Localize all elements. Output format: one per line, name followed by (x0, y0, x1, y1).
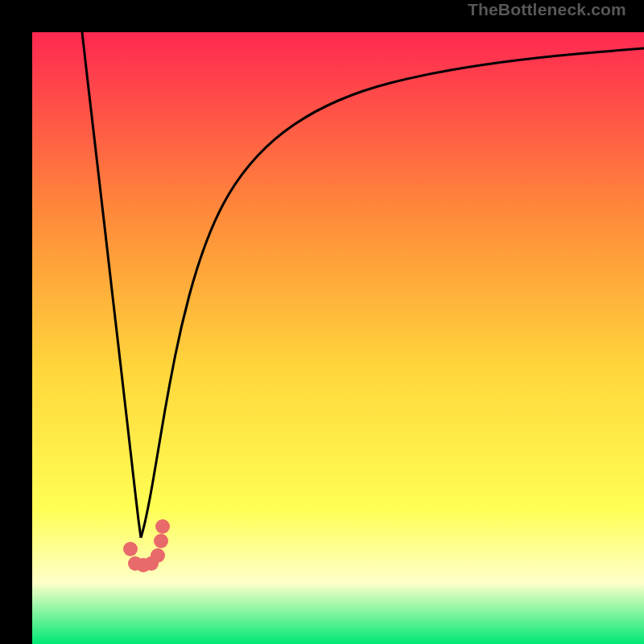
marker-point (155, 519, 170, 534)
marker-point (151, 548, 165, 563)
marker-point (154, 534, 168, 548)
marker-point (123, 542, 138, 556)
chart-frame (16, 16, 628, 628)
bottleneck-chart (32, 32, 644, 644)
